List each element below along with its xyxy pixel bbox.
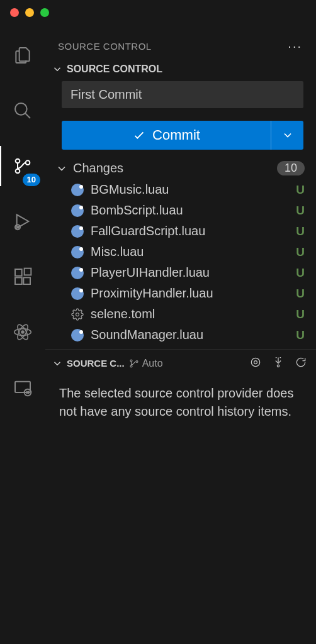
activity-extensions[interactable] [0,262,45,292]
file-name: BombScript.luau [91,203,290,218]
file-list: BGMusic.luauUBombScript.luauUFallGuardSc… [45,179,316,345]
extensions-icon [13,267,33,287]
commit-area: Commit [45,81,316,150]
panel-more-button[interactable]: ··· [288,39,302,53]
luau-file-icon [71,204,84,218]
source-control-panel: SOURCE CONTROL ··· SOURCE CONTROL Commit [45,25,316,644]
chevron-down-icon [55,162,68,175]
svg-rect-8 [25,269,31,275]
graph-empty-message: The selected source control provider doe… [45,374,316,431]
svg-point-2 [16,169,20,174]
svg-rect-6 [15,277,22,284]
chevron-down-icon [281,129,294,142]
commit-button[interactable]: Commit [62,121,271,150]
activity-explorer[interactable] [0,40,45,70]
atom-icon [13,322,33,342]
search-icon [13,101,33,121]
commit-message-input[interactable] [62,81,303,108]
file-status: U [296,287,305,301]
target-icon [249,356,262,369]
commit-button-row: Commit [62,121,303,150]
graph-header: SOURCE C... Auto [45,350,316,374]
file-name: FallGuardScript.luau [91,224,290,238]
graph-target-button[interactable] [249,356,262,370]
commit-button-label: Commit [152,127,200,143]
luau-file-icon [71,287,84,301]
file-row[interactable]: ProximityHandler.luauU [63,283,316,304]
window-close-button[interactable] [10,8,19,17]
window-zoom-button[interactable] [40,8,49,17]
svg-point-21 [277,365,279,367]
activity-run-debug[interactable] [0,206,45,236]
file-status: U [296,308,305,321]
file-name: BGMusic.luau [91,182,290,197]
window-minimize-button[interactable] [25,8,34,17]
main-area: 10 [0,25,316,644]
file-status: U [296,266,305,280]
svg-point-18 [136,360,138,362]
files-icon [13,45,33,65]
svg-point-3 [26,160,30,165]
graph-title[interactable]: SOURCE C... [67,358,125,369]
graph-auto-button[interactable]: Auto [128,358,245,369]
debug-icon [13,211,33,231]
scm-badge: 10 [23,174,40,186]
luau-file-icon [71,245,84,259]
svg-point-19 [251,358,259,366]
file-name: SoundManager.luau [91,328,290,342]
file-row[interactable]: SoundManager.luauU [63,325,316,345]
svg-rect-7 [23,277,30,284]
file-name: selene.toml [91,307,290,321]
file-status: U [296,204,305,218]
graph-actions [249,356,307,370]
file-status: U [296,245,305,259]
chevron-down-icon [52,64,63,75]
activity-remote[interactable] [0,372,45,402]
branch-icon [128,358,140,369]
panel-title: SOURCE CONTROL [58,41,152,52]
changes-label: Changes [73,161,123,175]
check-icon [132,128,146,142]
refresh-icon [295,356,307,369]
file-row[interactable]: PlayerUIHandler.luauU [63,262,316,283]
svg-point-0 [15,103,27,115]
file-status: U [296,328,305,342]
fetch-icon [272,356,285,369]
file-row[interactable]: FallGuardScript.luauU [63,221,316,242]
gear-file-icon [71,308,84,321]
changes-header[interactable]: Changes 10 [45,150,316,179]
svg-rect-13 [15,382,30,392]
svg-rect-5 [15,269,22,276]
file-status: U [296,183,305,197]
panel-header: SOURCE CONTROL ··· [45,25,316,60]
graph-refresh-button[interactable] [295,356,307,370]
file-name: ProximityHandler.luau [91,286,290,301]
titlebar [0,0,316,25]
activity-source-control[interactable]: 10 [0,151,45,181]
activity-search[interactable] [0,96,45,126]
source-control-graph-section: SOURCE C... Auto [45,349,316,431]
luau-file-icon [71,225,84,238]
luau-file-icon [71,183,84,197]
svg-point-16 [130,360,132,362]
file-name: Misc.luau [91,245,290,259]
repo-title: SOURCE CONTROL [67,64,162,75]
changes-count-badge: 10 [277,161,305,175]
repo-section-header[interactable]: SOURCE CONTROL [45,60,316,81]
commit-dropdown-button[interactable] [271,121,303,150]
svg-point-20 [254,361,257,364]
svg-point-9 [21,331,24,333]
chevron-down-icon [52,358,63,369]
file-row[interactable]: selene.tomlU [63,304,316,325]
file-row[interactable]: BGMusic.luauU [63,179,316,200]
file-row[interactable]: BombScript.luauU [63,200,316,221]
luau-file-icon [71,266,84,280]
graph-fetch-button[interactable] [272,356,285,370]
file-row[interactable]: Misc.luauU [63,242,316,262]
svg-point-17 [130,365,132,367]
file-name: PlayerUIHandler.luau [91,265,290,280]
luau-file-icon [71,328,84,342]
svg-point-1 [16,159,20,164]
file-status: U [296,225,305,238]
activity-react[interactable] [0,317,45,347]
